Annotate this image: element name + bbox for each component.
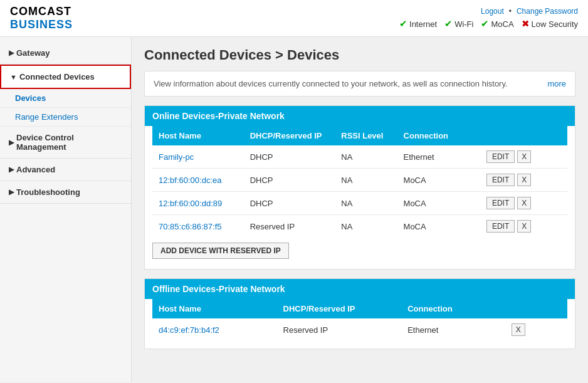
sidebar-sub-item-range-extenders[interactable]: Range Extenders bbox=[0, 108, 131, 127]
col-header-hostname: Host Name bbox=[152, 126, 244, 145]
online-cell-hostname-2: 12:bf:60:00:dd:89 bbox=[152, 192, 244, 215]
online-cell-connection-3: MoCA bbox=[397, 215, 480, 238]
online-cell-rssi-1: NA bbox=[335, 169, 397, 192]
offline-cell-actions-0: X bbox=[505, 318, 567, 341]
logo-area: COMCAST BUSINESS bbox=[10, 5, 73, 31]
online-table-row: 12:bf:60:00:dd:89 DHCP NA MoCA EDIT X bbox=[152, 192, 567, 215]
online-devices-table: Host Name DHCP/Reserved IP RSSI Level Co… bbox=[152, 126, 567, 238]
online-cell-hostname-1: 12:bf:60:00:dc:ea bbox=[152, 169, 244, 192]
change-password-link[interactable]: Change Password bbox=[517, 7, 578, 16]
col-header-connection: Connection bbox=[397, 126, 480, 145]
sidebar-sub-devices-label: Devices bbox=[15, 93, 46, 103]
sidebar-sub-range-extenders-label: Range Extenders bbox=[15, 112, 78, 122]
arrow-icon-troubleshooting: ▶ bbox=[9, 188, 14, 196]
offline-x-button-0[interactable]: X bbox=[512, 323, 525, 336]
status-moca-label: MoCA bbox=[491, 19, 513, 29]
online-cell-dhcp-2: DHCP bbox=[244, 192, 335, 215]
status-ok-icon-wifi: ✔ bbox=[444, 18, 453, 29]
online-cell-hostname-0: Family-pc bbox=[152, 145, 244, 169]
sidebar-item-gateway[interactable]: ▶ Gateway bbox=[0, 42, 131, 65]
info-text: View information about devices currently… bbox=[154, 79, 508, 88]
online-cell-dhcp-1: DHCP bbox=[244, 169, 335, 192]
sidebar-item-device-control[interactable]: ▶ Device Control Management bbox=[0, 127, 131, 159]
online-hostname-link-1[interactable]: 12:bf:60:00:dc:ea bbox=[159, 176, 221, 185]
logout-link[interactable]: Logout bbox=[481, 7, 504, 16]
header: COMCAST BUSINESS Logout • Change Passwor… bbox=[0, 0, 588, 37]
online-devices-header: Online Devices-Private Network bbox=[145, 106, 575, 126]
x-button-1[interactable]: X bbox=[517, 174, 531, 186]
online-devices-table-container: Host Name DHCP/Reserved IP RSSI Level Co… bbox=[145, 126, 575, 269]
sidebar-item-connected-devices[interactable]: ▼ Connected Devices bbox=[0, 65, 131, 89]
status-moca: ✔ MoCA bbox=[481, 18, 513, 29]
online-actions-col-2: EDIT X bbox=[486, 197, 561, 209]
edit-button-3[interactable]: EDIT bbox=[486, 220, 515, 233]
offline-devices-table-container: Host Name DHCP/Reserved IP Connection d4… bbox=[145, 299, 575, 349]
online-hostname-link-2[interactable]: 12:bf:60:00:dd:89 bbox=[159, 199, 222, 208]
offline-cell-connection-0: Ethernet bbox=[401, 318, 505, 341]
edit-button-1[interactable]: EDIT bbox=[486, 174, 515, 186]
main-content: Connected Devices > Devices View informa… bbox=[132, 37, 588, 382]
arrow-icon-advanced: ▶ bbox=[9, 165, 14, 174]
online-cell-rssi-2: NA bbox=[335, 192, 397, 215]
status-internet: ✔ Internet bbox=[399, 18, 437, 29]
status-bad-icon-security: ✖ bbox=[522, 18, 530, 29]
logo-business: BUSINESS bbox=[10, 18, 73, 31]
offline-table-row: d4:c9:ef:7b:b4:f2 Reserved IP Ethernet X bbox=[152, 318, 567, 341]
offline-hostname-link-0[interactable]: d4:c9:ef:7b:b4:f2 bbox=[159, 325, 219, 335]
status-internet-label: Internet bbox=[409, 19, 437, 29]
sidebar-item-troubleshooting[interactable]: ▶ Troubleshooting bbox=[0, 181, 131, 204]
x-button-0[interactable]: X bbox=[517, 150, 531, 163]
online-actions-col-0: EDIT X bbox=[486, 150, 561, 163]
online-cell-connection-1: MoCA bbox=[397, 169, 480, 192]
online-cell-hostname-3: 70:85:c6:86:87:f5 bbox=[152, 215, 244, 238]
online-table-row: Family-pc DHCP NA Ethernet EDIT X bbox=[152, 145, 567, 169]
online-cell-dhcp-3: Reserved IP bbox=[244, 215, 335, 238]
col-header-dhcp: DHCP/Reserved IP bbox=[244, 126, 335, 145]
online-cell-rssi-3: NA bbox=[335, 215, 397, 238]
status-security: ✖ Low Security bbox=[522, 18, 578, 29]
x-button-2[interactable]: X bbox=[517, 197, 531, 209]
sidebar-item-troubleshooting-label: Troubleshooting bbox=[16, 187, 80, 197]
online-cell-actions-1: EDIT X bbox=[480, 169, 567, 192]
status-ok-icon: ✔ bbox=[399, 18, 407, 29]
online-actions-col-1: EDIT X bbox=[486, 174, 561, 186]
online-cell-actions-2: EDIT X bbox=[480, 192, 567, 215]
arrow-icon-gateway: ▶ bbox=[9, 49, 14, 57]
sidebar-item-advanced-label: Advanced bbox=[16, 165, 55, 174]
online-table-header-row: Host Name DHCP/Reserved IP RSSI Level Co… bbox=[152, 126, 567, 145]
info-box: View information about devices currently… bbox=[144, 71, 575, 97]
online-hostname-link-3[interactable]: 70:85:c6:86:87:f5 bbox=[159, 222, 221, 231]
online-cell-rssi-0: NA bbox=[335, 145, 397, 169]
edit-button-0[interactable]: EDIT bbox=[486, 150, 515, 163]
header-links: Logout • Change Password bbox=[481, 7, 578, 16]
offline-col-header-dhcp: DHCP/Reserved IP bbox=[277, 299, 402, 318]
offline-cell-dhcp-0: Reserved IP bbox=[277, 318, 402, 341]
x-button-3[interactable]: X bbox=[517, 220, 531, 233]
layout: ▶ Gateway ▼ Connected Devices Devices Ra… bbox=[0, 37, 588, 382]
sidebar-item-gateway-label: Gateway bbox=[16, 48, 50, 58]
more-link[interactable]: more bbox=[547, 79, 566, 88]
arrow-icon-connected: ▼ bbox=[10, 73, 17, 81]
offline-actions-col-0: X bbox=[512, 323, 561, 336]
status-security-label: Low Security bbox=[532, 19, 578, 29]
offline-devices-header: Offline Devices-Private Network bbox=[145, 279, 575, 299]
sidebar-item-advanced[interactable]: ▶ Advanced bbox=[0, 159, 131, 181]
sidebar-item-device-control-label: Device Control Management bbox=[16, 133, 122, 152]
online-hostname-link-0[interactable]: Family-pc bbox=[159, 152, 194, 162]
arrow-icon-device-control: ▶ bbox=[9, 139, 14, 147]
col-header-rssi: RSSI Level bbox=[335, 126, 397, 145]
status-ok-icon-moca: ✔ bbox=[481, 18, 489, 29]
offline-col-header-hostname: Host Name bbox=[152, 299, 277, 318]
add-device-button[interactable]: ADD DEVICE WITH RESERVED IP bbox=[152, 243, 289, 259]
col-header-actions bbox=[480, 126, 567, 145]
status-wifi-label: Wi-Fi bbox=[454, 19, 473, 29]
sidebar-sub-item-devices[interactable]: Devices bbox=[0, 89, 131, 108]
online-cell-connection-2: MoCA bbox=[397, 192, 480, 215]
sidebar-item-connected-devices-label: Connected Devices bbox=[19, 72, 95, 81]
offline-devices-table: Host Name DHCP/Reserved IP Connection d4… bbox=[152, 299, 567, 341]
separator: • bbox=[509, 7, 512, 16]
edit-button-2[interactable]: EDIT bbox=[486, 197, 515, 209]
online-cell-actions-0: EDIT X bbox=[480, 145, 567, 169]
header-status: ✔ Internet ✔ Wi-Fi ✔ MoCA ✖ Low Security bbox=[399, 18, 578, 29]
online-actions-col-3: EDIT X bbox=[486, 220, 561, 233]
